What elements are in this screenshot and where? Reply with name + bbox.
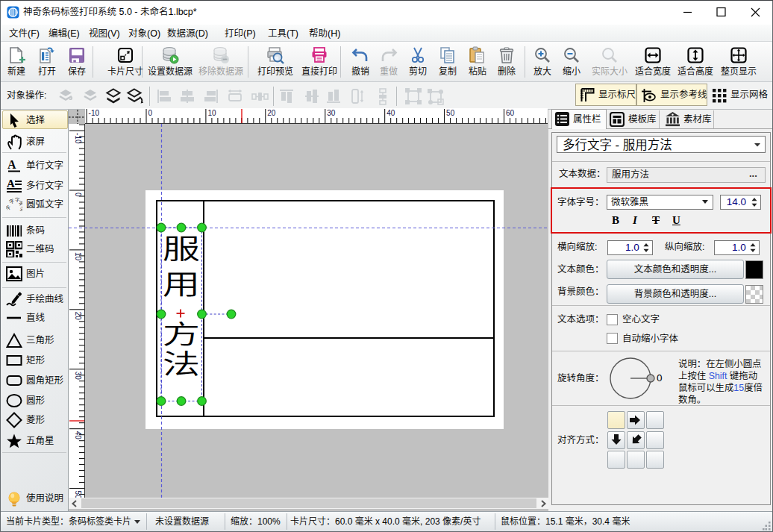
svg-text:A: A [7,158,16,171]
svg-text:字: 字 [19,205,22,212]
svg-text:A: A [7,178,15,190]
svg-text:字: 字 [6,204,12,211]
